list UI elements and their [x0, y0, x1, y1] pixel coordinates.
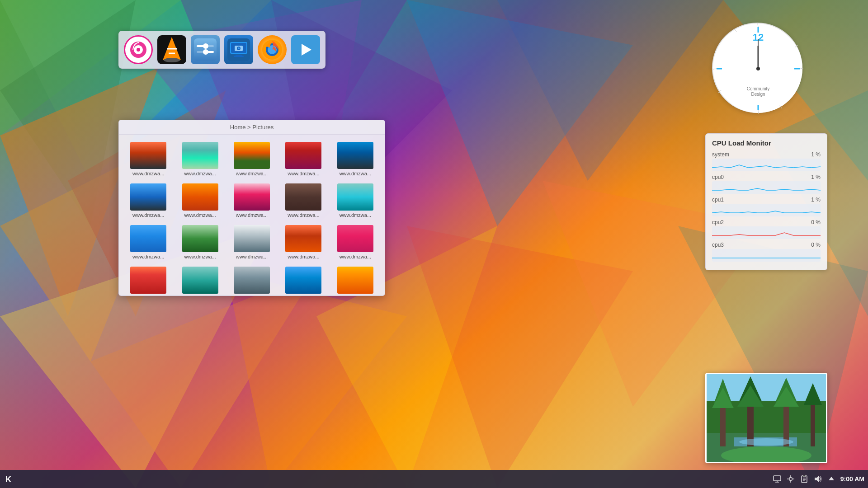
- taskbar-left: K: [4, 473, 16, 485]
- file-label: www.dmzwa...: [340, 254, 371, 259]
- list-item[interactable]: www.dmzwa...: [279, 182, 327, 220]
- svg-text:Design: Design: [751, 92, 765, 97]
- thumbnail: [234, 142, 270, 169]
- file-label: www.dmzwa...: [340, 212, 371, 218]
- list-item[interactable]: www.dmzwa...: [228, 140, 276, 178]
- cpu-row-3: cpu3 0 %: [712, 242, 821, 262]
- dock-item-media-player[interactable]: [123, 34, 154, 66]
- cpu-value: 0 %: [811, 219, 821, 225]
- cpu-label: cpu2: [712, 219, 724, 225]
- cpu-label: system: [712, 151, 729, 158]
- list-item[interactable]: www.dmzwa...: [176, 223, 224, 261]
- cpu-row-2: cpu2 0 %: [712, 219, 821, 239]
- clipboard-icon[interactable]: [800, 474, 809, 483]
- thumbnail: [130, 267, 166, 294]
- dock-item-settings[interactable]: [189, 34, 221, 66]
- media-player-icon: [124, 35, 153, 64]
- cpu-row-system: system 1 %: [712, 151, 821, 171]
- file-label: www.dmzwa...: [236, 212, 268, 218]
- svg-point-22: [137, 48, 140, 52]
- desktop: Home > Pictures www.dmzwa... www.dmzwa..…: [0, 0, 868, 488]
- svg-rect-38: [234, 56, 244, 57]
- cpu-row-0: cpu0 1 %: [712, 174, 821, 194]
- svg-point-30: [203, 43, 208, 49]
- taskbar-right: 9:00 AM: [773, 474, 864, 483]
- clock-widget: 12 Community Design: [712, 23, 802, 113]
- cpu-value: 1 %: [811, 151, 821, 158]
- list-item[interactable]: www.dmzwa...: [331, 223, 379, 261]
- display-settings-icon[interactable]: [773, 474, 782, 483]
- file-label: www.dmzwa...: [132, 171, 164, 176]
- list-item[interactable]: www.dmzwa...: [124, 140, 172, 178]
- svg-point-41: [238, 47, 240, 49]
- network-icon[interactable]: [786, 474, 795, 483]
- dock-item-screenshot[interactable]: [223, 34, 255, 66]
- screenshot-icon: [224, 35, 253, 64]
- list-item[interactable]: www.dmzwa...: [176, 182, 224, 220]
- file-label: www.dmzwa...: [184, 171, 216, 176]
- dock-item-more[interactable]: [290, 34, 321, 66]
- thumbnail: [285, 142, 321, 169]
- volume-icon[interactable]: [813, 474, 822, 483]
- svg-marker-101: [815, 476, 819, 482]
- cpu-label: cpu3: [712, 242, 724, 248]
- svg-text:Community: Community: [747, 86, 770, 91]
- thumbnail: [182, 225, 218, 252]
- svg-marker-102: [829, 477, 834, 480]
- thumbnail: [130, 142, 166, 169]
- list-item[interactable]: www.dmzwa...: [331, 182, 379, 220]
- svg-rect-91: [789, 478, 792, 480]
- taskbar-clock[interactable]: 9:00 AM: [840, 475, 864, 483]
- file-label: www.dmzwa...: [288, 212, 319, 218]
- list-item[interactable]: www.dmzwa...: [176, 265, 224, 294]
- breadcrumb-text: Home > Pictures: [230, 124, 274, 131]
- file-manager-window: Home > Pictures www.dmzwa... www.dmzwa..…: [118, 120, 385, 296]
- cpu-value: 1 %: [811, 197, 821, 203]
- list-item[interactable]: www.dmzwa...: [331, 265, 379, 294]
- thumbnail: [182, 142, 218, 169]
- list-item[interactable]: www.dmzwa...: [279, 140, 327, 178]
- taskbar-time: 9:00 AM: [840, 475, 864, 483]
- list-item[interactable]: www.dmzwa...: [124, 223, 172, 261]
- list-item[interactable]: www.dmzwa...: [228, 223, 276, 261]
- thumbnail: [337, 183, 373, 211]
- thumbnail: [285, 183, 321, 211]
- thumbnail: [130, 183, 166, 211]
- file-manager-breadcrumb: Home > Pictures: [119, 120, 385, 135]
- svg-rect-100: [803, 475, 806, 477]
- file-label: www.dmzwa...: [184, 212, 216, 218]
- settings-icon: [191, 35, 220, 64]
- list-item[interactable]: www.dmzwa...: [228, 182, 276, 220]
- file-label: www.dmzwa...: [340, 171, 371, 176]
- svg-point-33: [203, 49, 208, 55]
- taskbar: K: [0, 470, 868, 488]
- list-item[interactable]: www.dmzwa...: [279, 265, 327, 294]
- cpu-label: cpu0: [712, 174, 724, 180]
- thumbnail: [182, 183, 218, 211]
- list-item[interactable]: www.dmzwa...: [331, 140, 379, 178]
- cpu-row-1: cpu1 1 %: [712, 197, 821, 216]
- svg-rect-88: [774, 476, 781, 481]
- photo-widget: [705, 373, 827, 463]
- clock-face: 12 Community Design: [712, 23, 802, 113]
- cpu-label: cpu1: [712, 197, 724, 203]
- kde-menu-button[interactable]: K: [4, 473, 16, 485]
- file-label: www.dmzwa...: [132, 254, 164, 259]
- dock-item-firefox[interactable]: [256, 34, 288, 66]
- list-item[interactable]: www.dmzwa...: [279, 223, 327, 261]
- svg-point-86: [739, 438, 793, 446]
- thumbnail: [285, 267, 321, 294]
- arrow-up-icon[interactable]: [827, 474, 836, 483]
- list-item[interactable]: www.dmzwa...: [176, 140, 224, 178]
- list-item[interactable]: www.dmzwa...: [228, 265, 276, 294]
- file-label: www.dmzwa...: [288, 171, 319, 176]
- file-label: www.dmzwa...: [236, 254, 268, 259]
- list-item[interactable]: www.dmzwa...: [124, 182, 172, 220]
- cpu-monitor-title: CPU Load Monitor: [712, 139, 821, 147]
- svg-text:K: K: [5, 475, 11, 484]
- dock-item-vlc[interactable]: [156, 34, 188, 66]
- list-item[interactable]: www.dmzwa...: [124, 265, 172, 294]
- thumbnail: [285, 225, 321, 252]
- file-manager-grid: www.dmzwa... www.dmzwa... www.dmzwa... w…: [119, 135, 385, 294]
- thumbnail: [130, 225, 166, 252]
